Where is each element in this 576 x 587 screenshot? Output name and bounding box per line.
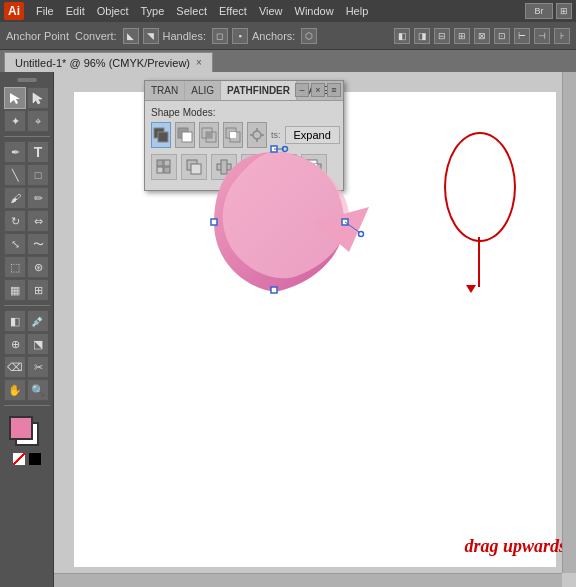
toolbar-extra5[interactable]: ⊠ (474, 28, 490, 44)
pen-tool[interactable]: ✒ (4, 141, 26, 163)
line-tool[interactable]: ╲ (4, 164, 26, 186)
blend-tool[interactable]: ⊕ (4, 333, 26, 355)
app-logo: Ai (4, 2, 24, 20)
menu-object[interactable]: Object (91, 3, 135, 19)
canvas-shape (194, 132, 374, 302)
svg-marker-0 (10, 93, 20, 104)
eyedropper-tool[interactable]: 💉 (27, 310, 49, 332)
tool-divider-2 (4, 305, 50, 306)
panel-tab-bar: TRAN ALIG PATHFINDER LAYE – × ≡ (145, 81, 343, 101)
lasso-tool[interactable]: ⌖ (27, 110, 49, 132)
menu-edit[interactable]: Edit (60, 3, 91, 19)
svg-marker-1 (33, 93, 42, 104)
column-graph-tool[interactable]: ▦ (4, 279, 26, 301)
eraser-tool[interactable]: ⌫ (4, 356, 26, 378)
toolbar-extra4[interactable]: ⊞ (454, 28, 470, 44)
graph-tool[interactable]: ⬚ (4, 256, 26, 278)
menu-select[interactable]: Select (170, 3, 213, 19)
unite-btn[interactable] (151, 122, 171, 148)
fill-stroke-swatches (7, 414, 47, 450)
divide-btn[interactable] (151, 154, 177, 180)
menu-help[interactable]: Help (340, 3, 375, 19)
menu-window[interactable]: Window (289, 3, 340, 19)
menu-view[interactable]: View (253, 3, 289, 19)
toolbar-extra7[interactable]: ⊢ (514, 28, 530, 44)
svg-rect-19 (157, 167, 163, 173)
slice-tool[interactable]: ⬔ (27, 333, 49, 355)
svg-rect-5 (182, 132, 192, 142)
drag-label: drag upwards (464, 536, 566, 557)
magic-wand-tool[interactable]: ✦ (4, 110, 26, 132)
shape-modes-label: Shape Modes: (151, 107, 337, 118)
tab-pathfinder[interactable]: PATHFINDER (221, 81, 297, 100)
toolbar-extra9[interactable]: ⊦ (554, 28, 570, 44)
br-icon[interactable]: Br (525, 3, 553, 19)
handles-icon2[interactable]: ▪ (232, 28, 248, 44)
symbol-tool[interactable]: ⊛ (27, 256, 49, 278)
toolbar-extra1[interactable]: ◧ (394, 28, 410, 44)
tool-divider-1 (4, 136, 50, 137)
rotate-tool[interactable]: ↻ (4, 210, 26, 232)
convert-btn2[interactable]: ◥ (143, 28, 159, 44)
none-swatch[interactable] (12, 452, 26, 466)
fill-swatch[interactable] (9, 416, 33, 440)
toolbar-extra3[interactable]: ⊟ (434, 28, 450, 44)
toolbox: ✦ ⌖ ✒ T ╲ □ 🖌 ✏ ↻ ⇔ ⤡ 〜 ⬚ ⊛ ▦ ⊞ (0, 72, 54, 587)
panel-close-btn[interactable]: × (311, 83, 325, 97)
canvas-area: TRAN ALIG PATHFINDER LAYE – × ≡ Shape Mo… (54, 72, 576, 587)
anchors-icon[interactable]: ⬡ (301, 28, 317, 44)
convert-btn1[interactable]: ◣ (123, 28, 139, 44)
shape-tool[interactable]: □ (27, 164, 49, 186)
svg-rect-35 (271, 287, 277, 293)
scissors-tool[interactable]: ✂ (27, 356, 49, 378)
toolbar-extra8[interactable]: ⊣ (534, 28, 550, 44)
panel-controls: – × ≡ (295, 83, 341, 97)
horizontal-scrollbar[interactable] (54, 573, 562, 587)
vertical-scrollbar[interactable] (562, 72, 576, 573)
tab-bar: Untitled-1* @ 96% (CMYK/Preview) × (0, 50, 576, 72)
svg-rect-18 (164, 160, 170, 166)
gradient-tool[interactable]: ◧ (4, 310, 26, 332)
convert-label: Convert: (75, 30, 117, 42)
mini-swatches (12, 452, 42, 466)
mesh-tool[interactable]: ⊞ (27, 279, 49, 301)
pencil-tool[interactable]: ✏ (27, 187, 49, 209)
tab-close-btn[interactable]: × (196, 57, 202, 68)
control-toolbar: Anchor Point Convert: ◣ ◥ Handles: ◻ ▪ A… (0, 22, 576, 50)
svg-point-39 (359, 232, 364, 237)
warp-tool[interactable]: 〜 (27, 233, 49, 255)
panel-menu-btn[interactable]: ≡ (327, 83, 341, 97)
selection-tool[interactable] (4, 87, 26, 109)
scale-tool[interactable]: ⤡ (4, 233, 26, 255)
paintbrush-tool[interactable]: 🖌 (4, 187, 26, 209)
reflect-tool[interactable]: ⇔ (27, 210, 49, 232)
minus-front-btn[interactable] (175, 122, 195, 148)
menu-effect[interactable]: Effect (213, 3, 253, 19)
black-swatch[interactable] (28, 452, 42, 466)
svg-rect-3 (158, 132, 168, 142)
panel-minimize-btn[interactable]: – (295, 83, 309, 97)
tab-align[interactable]: ALIG (185, 81, 221, 100)
grid-icon[interactable]: ⊞ (556, 3, 572, 19)
handles-label: Handles: (163, 30, 206, 42)
zoom-tool[interactable]: 🔍 (27, 379, 49, 401)
tab-transform[interactable]: TRAN (145, 81, 185, 100)
document-tab[interactable]: Untitled-1* @ 96% (CMYK/Preview) × (4, 52, 213, 72)
color-swatch-area (7, 414, 47, 466)
handles-icon1[interactable]: ◻ (212, 28, 228, 44)
hand-tool[interactable]: ✋ (4, 379, 26, 401)
main-area: ✦ ⌖ ✒ T ╲ □ 🖌 ✏ ↻ ⇔ ⤡ 〜 ⬚ ⊛ ▦ ⊞ (0, 72, 576, 587)
menu-type[interactable]: Type (135, 3, 171, 19)
tab-title: Untitled-1* @ 96% (CMYK/Preview) (15, 57, 190, 69)
anchor-point-label: Anchor Point (6, 30, 69, 42)
menu-file[interactable]: File (30, 3, 60, 19)
toolbar-extra6[interactable]: ⊡ (494, 28, 510, 44)
menu-bar: Ai File Edit Object Type Select Effect V… (0, 0, 576, 22)
toolbox-handle (17, 78, 37, 82)
tool-divider-3 (4, 405, 50, 406)
svg-point-38 (283, 147, 288, 152)
toolbar-extra2[interactable]: ◨ (414, 28, 430, 44)
direct-selection-tool[interactable] (27, 87, 49, 109)
anchors-label: Anchors: (252, 30, 295, 42)
type-tool[interactable]: T (27, 141, 49, 163)
